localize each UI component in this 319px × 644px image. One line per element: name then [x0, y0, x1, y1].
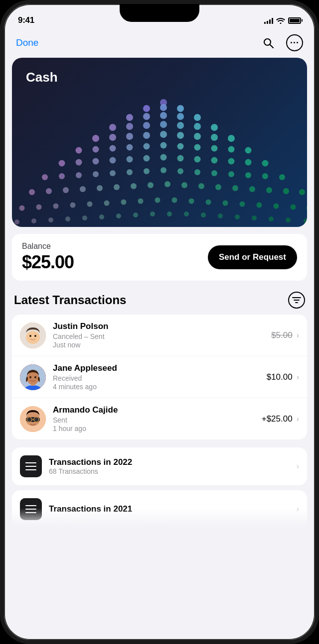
- svg-point-72: [131, 183, 137, 189]
- notch: [120, 4, 199, 22]
- dots-pattern: [12, 93, 307, 227]
- svg-point-31: [144, 143, 150, 150]
- svg-point-45: [177, 155, 184, 162]
- phone-frame: 9:41 Done: [0, 0, 319, 644]
- transaction-item[interactable]: Jane Appleseed Received 4 minutes ago $1…: [12, 356, 307, 398]
- svg-point-25: [211, 134, 218, 141]
- svg-point-61: [211, 170, 217, 176]
- photo-woman-icon: [20, 364, 46, 390]
- svg-point-56: [127, 169, 133, 175]
- svg-point-104: [65, 216, 70, 221]
- svg-point-4: [160, 104, 167, 111]
- svg-point-82: [299, 189, 305, 195]
- svg-point-59: [177, 168, 183, 174]
- status-icons: [264, 17, 301, 24]
- svg-point-48: [228, 158, 235, 165]
- transaction-info-armando: Armando Cajide Sent 1 hour ago: [53, 405, 262, 432]
- svg-point-87: [87, 202, 93, 207]
- svg-point-47: [211, 157, 218, 164]
- search-icon: [262, 37, 274, 49]
- archive-2021-item[interactable]: Transactions in 2021 ›: [12, 490, 307, 528]
- transactions-header: Latest Transactions: [4, 281, 315, 315]
- svg-point-110: [167, 212, 172, 216]
- svg-point-129: [27, 372, 39, 385]
- memoji-man-icon: [20, 406, 46, 432]
- ellipsis-icon: ···: [290, 38, 299, 48]
- svg-point-102: [31, 218, 36, 223]
- svg-point-52: [59, 173, 65, 179]
- svg-point-34: [194, 144, 201, 151]
- archive-list-icon-2: [20, 498, 42, 520]
- svg-point-11: [109, 124, 116, 131]
- svg-point-106: [99, 215, 104, 219]
- svg-point-125: [34, 335, 36, 337]
- svg-point-43: [144, 155, 150, 162]
- svg-point-54: [93, 171, 99, 177]
- filter-button[interactable]: [288, 292, 305, 309]
- svg-point-50: [262, 160, 269, 167]
- svg-point-41: [110, 157, 116, 164]
- transaction-status: Canceled – Sent: [53, 332, 271, 340]
- wifi-icon: [276, 17, 285, 24]
- archive-count: 68 Transactions: [49, 467, 297, 475]
- svg-point-131: [34, 376, 36, 378]
- svg-line-1: [270, 45, 274, 48]
- svg-point-92: [172, 198, 177, 203]
- send-request-button[interactable]: Send or Request: [208, 245, 297, 269]
- svg-point-32: [160, 142, 167, 149]
- svg-point-67: [46, 188, 52, 194]
- svg-point-36: [228, 146, 235, 153]
- transaction-time: 4 minutes ago: [53, 383, 267, 391]
- svg-point-29: [110, 145, 116, 152]
- svg-point-19: [109, 134, 116, 141]
- svg-point-7: [143, 113, 150, 120]
- svg-point-91: [155, 198, 160, 203]
- svg-point-123: [26, 331, 40, 344]
- transaction-item[interactable]: Justin Polson Canceled – Sent Just now $…: [12, 315, 307, 356]
- balance-label: Balance: [22, 242, 74, 251]
- svg-point-44: [160, 154, 167, 161]
- svg-point-17: [211, 124, 218, 131]
- svg-point-111: [184, 212, 189, 216]
- filter-icon: [292, 296, 301, 304]
- svg-point-114: [235, 215, 240, 219]
- svg-point-14: [160, 121, 167, 128]
- svg-point-105: [82, 215, 87, 220]
- svg-point-5: [177, 105, 184, 112]
- svg-point-30: [127, 144, 133, 151]
- svg-point-103: [48, 217, 53, 222]
- transaction-info-justin: Justin Polson Canceled – Sent Just now: [53, 322, 271, 349]
- svg-point-124: [29, 335, 31, 337]
- chevron-right-icon: ›: [297, 331, 299, 340]
- chevron-right-icon: ›: [297, 415, 299, 424]
- svg-point-88: [104, 201, 110, 206]
- svg-point-21: [143, 132, 150, 139]
- done-button[interactable]: Done: [16, 37, 38, 48]
- svg-point-118: [304, 218, 307, 223]
- svg-point-60: [194, 169, 200, 175]
- svg-point-142: [34, 417, 39, 422]
- archive-2022-item[interactable]: Transactions in 2022 68 Transactions ›: [12, 447, 307, 485]
- svg-point-74: [164, 181, 170, 187]
- transaction-amount: $10.00: [267, 372, 293, 382]
- svg-point-70: [97, 185, 103, 191]
- svg-point-20: [126, 133, 133, 140]
- svg-point-16: [194, 123, 201, 130]
- list-icon: [25, 461, 37, 472]
- avatar-justin: [20, 322, 46, 348]
- signal-bars-icon: [264, 17, 273, 24]
- svg-point-81: [283, 188, 289, 194]
- search-button[interactable]: [259, 34, 277, 52]
- svg-point-6: [126, 114, 133, 121]
- svg-point-76: [198, 183, 204, 189]
- svg-point-113: [218, 214, 223, 218]
- chevron-right-icon: ›: [297, 373, 299, 382]
- svg-point-117: [286, 217, 291, 222]
- transaction-amount-col: $10.00 ›: [267, 372, 299, 382]
- more-button[interactable]: ···: [286, 34, 303, 51]
- transactions-title: Latest Transactions: [14, 293, 126, 307]
- svg-point-23: [177, 132, 184, 139]
- transaction-amount: $5.00: [271, 330, 293, 340]
- transaction-time: Just now: [53, 341, 271, 349]
- transaction-item[interactable]: Armando Cajide Sent 1 hour ago +$25.00 ›: [12, 398, 307, 439]
